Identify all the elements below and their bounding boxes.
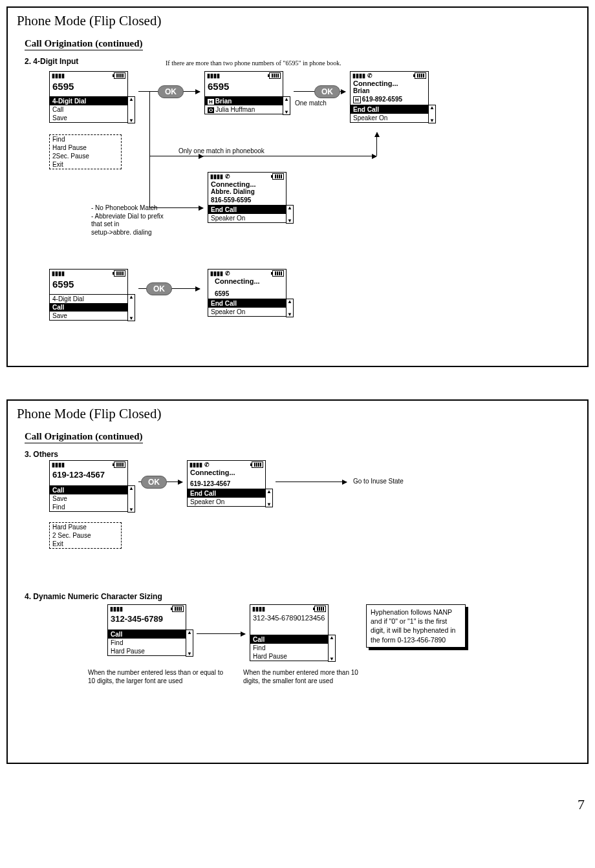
battery-icon	[172, 606, 184, 612]
menu-item[interactable]: 2Sec. Pause	[50, 152, 121, 160]
menu-item[interactable]: Call	[108, 630, 186, 639]
match-list: HBrian OJulia Huffman	[205, 96, 283, 114]
menu-item[interactable]: End Call	[188, 489, 265, 498]
menu-item[interactable]: Call	[50, 303, 127, 312]
arrow	[376, 132, 377, 156]
menu-item[interactable]: Hard Pause	[50, 523, 121, 531]
menu-item[interactable]: Find	[250, 644, 328, 652]
menu-item[interactable]: Find	[50, 503, 127, 511]
menu-item[interactable]: Find	[50, 135, 121, 143]
menu-item[interactable]: Call	[250, 635, 328, 644]
caption-large: When the number entered less than or equ…	[88, 669, 230, 685]
signal-icon: ▮▮▮▮	[52, 461, 65, 468]
note-only-one: Only one match in phonebook	[178, 147, 265, 156]
menu-item[interactable]: Hard Pause	[108, 647, 186, 655]
ok-button[interactable]: OK	[141, 476, 167, 489]
screen-connecting-brian: ▮▮▮▮ ✆ Connecting... Brian H619-892-6595…	[350, 71, 429, 123]
menu-item[interactable]: 2 Sec. Pause	[50, 531, 121, 540]
menu-list: Call Save Find	[50, 485, 127, 511]
signal-icon: ▮▮▮▮	[52, 72, 65, 79]
connector	[149, 91, 150, 156]
menu-item[interactable]: 4-Digit Dial	[50, 295, 127, 303]
diagram-canvas-2: 3. Others ▮▮▮▮ 619-123-4567 Call Save Fi…	[17, 446, 578, 750]
battery-icon	[252, 461, 263, 468]
menu-item[interactable]: Speaker On	[188, 498, 265, 506]
scrollbar[interactable]	[428, 105, 436, 123]
page-frame-1: Phone Mode (Flip Closed) Call Originatio…	[6, 6, 589, 367]
arrow	[276, 482, 347, 482]
scrollbar[interactable]	[127, 294, 135, 321]
menu-item[interactable]: End Call	[208, 206, 286, 214]
match-item[interactable]: OJulia Huffman	[205, 105, 283, 114]
dialed-number: 312-345-6789	[108, 613, 186, 630]
scrollbar[interactable]	[286, 299, 294, 317]
menu-list: End Call Speaker On	[208, 205, 286, 222]
note-goto-inuse: Go to Inuse State	[353, 478, 404, 486]
type-tag: H	[208, 99, 214, 105]
sub-dynamic: 4. Dynamic Numeric Character Sizing	[25, 592, 162, 601]
screen-4digit-call: ▮▮▮▮ 6595 4-Digit Dial Call Save	[49, 269, 128, 321]
arrow	[197, 633, 245, 634]
signal-icon: ▮▮▮▮ ✆	[210, 270, 230, 277]
ext-menu: Find Hard Pause 2Sec. Pause Exit	[49, 134, 122, 169]
scrollbar[interactable]	[283, 96, 290, 115]
signal-icon: ▮▮▮▮ ✆	[189, 461, 210, 468]
battery-icon	[272, 270, 284, 277]
section-title: Call Origination (continued)	[25, 431, 143, 443]
scrollbar[interactable]	[127, 485, 135, 513]
menu-item[interactable]: Save	[50, 312, 127, 320]
menu-item[interactable]: Speaker On	[351, 114, 428, 122]
contact-number: 619-123-4567	[188, 480, 265, 489]
screen-others-input: ▮▮▮▮ 619-123-4567 Call Save Find	[49, 460, 128, 512]
menu-list: Call Find Hard Pause	[108, 630, 186, 655]
contact-number: 816-559-6595	[208, 196, 286, 205]
menu-item[interactable]: Exit	[50, 160, 121, 169]
caption-small: When the number entered more than 10 dig…	[243, 669, 373, 685]
screen-connecting-6595: ▮▮▮▮ ✆ Connecting... 6595 End Call Speak…	[208, 269, 287, 317]
ok-button[interactable]: OK	[146, 282, 172, 295]
connecting-label: Connecting...	[208, 180, 286, 188]
page-number: 7	[6, 796, 585, 813]
menu-item[interactable]: Speaker On	[208, 214, 286, 222]
ok-button[interactable]: OK	[314, 85, 340, 98]
battery-icon	[114, 72, 125, 79]
menu-item[interactable]: Exit	[50, 540, 121, 548]
menu-item[interactable]: Hard Pause	[50, 143, 121, 152]
menu-list: End Call Speaker On	[208, 299, 286, 316]
screen-dyn-large: ▮▮▮▮ 312-345-6789 Call Find Hard Pause	[107, 604, 186, 656]
scrollbar[interactable]	[265, 489, 273, 507]
menu-item[interactable]: Call	[50, 486, 127, 494]
connector	[203, 156, 376, 156]
battery-icon	[114, 270, 125, 277]
connector	[149, 156, 150, 207]
signal-icon: ▮▮▮▮ ✆	[210, 173, 230, 180]
contact-name: Brian	[351, 87, 428, 96]
note-one-match: One match	[295, 100, 327, 108]
menu-item[interactable]: Save	[50, 114, 127, 122]
dialed-number: 312-345-67890123456	[250, 613, 328, 635]
menu-item[interactable]: Speaker On	[208, 308, 286, 316]
battery-icon	[314, 606, 326, 612]
menu-list: 4-Digit Dial Call Save	[50, 294, 127, 320]
menu-item[interactable]: Find	[108, 639, 186, 647]
menu-item[interactable]: Save	[50, 494, 127, 503]
scrollbar[interactable]	[286, 205, 294, 224]
sub-others: 3. Others	[25, 450, 58, 459]
menu-item[interactable]: End Call	[208, 299, 286, 308]
ok-button[interactable]: OK	[158, 85, 184, 98]
match-item[interactable]: HBrian	[205, 97, 283, 105]
menu-item[interactable]: Call	[50, 105, 127, 114]
menu-item[interactable]: End Call	[351, 105, 428, 114]
menu-item[interactable]: 4-Digit Dial	[50, 97, 127, 105]
screen-4digit-menu: ▮▮▮▮ 6595 4-Digit Dial Call Save	[49, 71, 128, 123]
menu-item[interactable]: Hard Pause	[250, 652, 328, 661]
section-title: Call Origination (continued)	[25, 38, 143, 50]
scrollbar[interactable]	[127, 96, 135, 123]
signal-icon: ▮▮▮▮	[110, 606, 123, 612]
scrollbar[interactable]	[186, 630, 193, 657]
page-title: Phone Mode (Flip Closed)	[17, 13, 578, 29]
screen-abbre-dial: ▮▮▮▮ ✆ Connecting... Abbre. Dialing 816-…	[208, 172, 287, 223]
scrollbar[interactable]	[328, 635, 336, 662]
signal-icon: ▮▮▮▮	[207, 72, 220, 79]
contact-name: Abbre. Dialing	[208, 188, 286, 196]
